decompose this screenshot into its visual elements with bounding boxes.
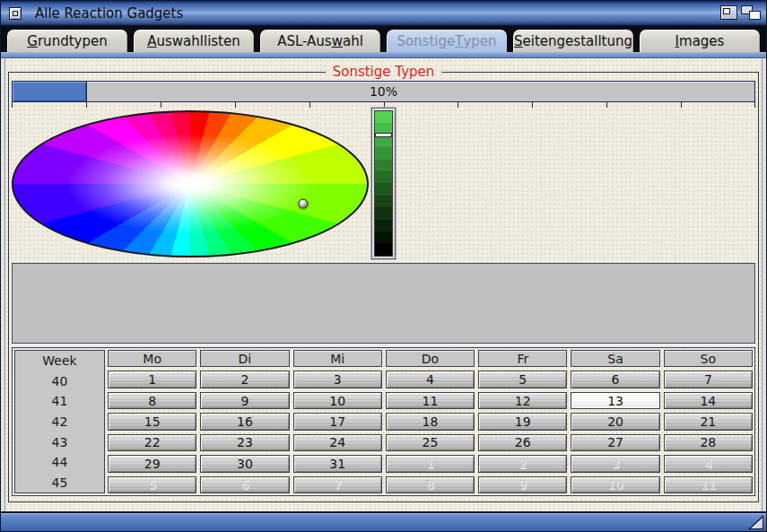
calendar-day: 1 bbox=[386, 455, 475, 472]
calendar-day[interactable]: 18 bbox=[386, 413, 475, 430]
calendar-day: 4 bbox=[664, 455, 753, 472]
calendar: Week404142434445 MoDiMiDoFrSaSo123456789… bbox=[12, 347, 755, 496]
close-button[interactable] bbox=[9, 7, 22, 20]
calendar-day[interactable]: 2 bbox=[200, 371, 289, 388]
calendar-day[interactable]: 27 bbox=[571, 434, 659, 451]
day-header-mo: Mo bbox=[108, 350, 196, 367]
title-bar[interactable]: Alle Reaction Gadgets bbox=[1, 1, 766, 26]
day-header-so: So bbox=[664, 350, 753, 367]
close-icon bbox=[13, 11, 18, 16]
calendar-day: 11 bbox=[664, 476, 753, 493]
calendar-day[interactable]: 1 bbox=[108, 371, 196, 388]
tab-label: eitengestalltung bbox=[523, 33, 632, 49]
resize-grip[interactable] bbox=[748, 515, 763, 529]
tab-label: w bbox=[332, 33, 343, 49]
app-window: Alle Reaction Gadgets GrundtypenAuswahll… bbox=[0, 0, 767, 532]
calendar-day[interactable]: 16 bbox=[200, 413, 289, 430]
window-title: Alle Reaction Gadgets bbox=[35, 5, 183, 22]
day-header-fr: Fr bbox=[478, 350, 567, 367]
color-wheel-marker[interactable] bbox=[299, 199, 309, 209]
tab-page-edge bbox=[1, 52, 766, 58]
calendar-day[interactable]: 10 bbox=[293, 392, 382, 409]
bottom-border-bar bbox=[1, 511, 766, 531]
calendar-day[interactable]: 15 bbox=[108, 413, 196, 430]
calendar-day: 8 bbox=[386, 476, 475, 493]
tab-label: uswahllisten bbox=[157, 33, 240, 49]
day-grid: MoDiMiDoFrSaSo12345678910111213141516171… bbox=[108, 350, 753, 493]
calendar-day[interactable]: 30 bbox=[200, 455, 289, 472]
week-column-header: Week bbox=[15, 351, 104, 371]
tab-label: ypen bbox=[463, 33, 496, 49]
week-number: 40 bbox=[15, 371, 104, 392]
tab-label: Sonstige bbox=[397, 33, 455, 49]
calendar-day[interactable]: 12 bbox=[478, 392, 567, 409]
calendar-day[interactable]: 19 bbox=[478, 413, 567, 430]
calendar-day[interactable]: 9 bbox=[200, 392, 289, 409]
tab-grundtypen[interactable]: Grundtypen bbox=[6, 29, 128, 52]
day-header-sa: Sa bbox=[571, 350, 659, 367]
calendar-day[interactable]: 26 bbox=[478, 434, 567, 451]
calendar-day[interactable]: 13 bbox=[571, 392, 659, 409]
tab-label: T bbox=[455, 33, 463, 49]
week-column: Week404142434445 bbox=[14, 350, 105, 493]
tab-asl-auswahl[interactable]: ASL-Auswahl bbox=[259, 29, 381, 52]
tab-page-content: Sonstige Typen 10% Week404142434445 MoDi… bbox=[1, 58, 766, 511]
tab-label: ASL-Aus bbox=[277, 33, 332, 49]
color-wheel[interactable] bbox=[12, 110, 369, 257]
zoom-window-button[interactable] bbox=[720, 5, 737, 20]
tab-label: A bbox=[147, 33, 156, 49]
calendar-day[interactable]: 29 bbox=[108, 455, 196, 472]
calendar-day[interactable]: 23 bbox=[200, 434, 289, 451]
tab-seitengestalltung[interactable]: Seitengestalltung bbox=[512, 29, 634, 52]
titlebar-gadgets bbox=[720, 5, 761, 20]
tab-label: G bbox=[27, 33, 38, 49]
color-picker-row bbox=[12, 109, 755, 259]
depth-button[interactable] bbox=[741, 5, 761, 20]
brightness-slider[interactable] bbox=[371, 108, 396, 259]
calendar-day[interactable]: 25 bbox=[386, 434, 475, 451]
calendar-day[interactable]: 31 bbox=[293, 455, 382, 472]
calendar-day[interactable]: 3 bbox=[293, 371, 382, 388]
calendar-day[interactable]: 4 bbox=[386, 371, 475, 388]
calendar-day[interactable]: 8 bbox=[108, 392, 196, 409]
tab-auswahllisten[interactable]: Auswahllisten bbox=[133, 29, 255, 52]
tab-label: rundtypen bbox=[38, 33, 108, 49]
calendar-day: 10 bbox=[571, 476, 659, 493]
calendar-day: 5 bbox=[108, 476, 196, 493]
calendar-day[interactable]: 17 bbox=[293, 413, 382, 430]
calendar-day[interactable]: 22 bbox=[108, 434, 196, 451]
calendar-day[interactable]: 28 bbox=[664, 434, 753, 451]
calendar-day[interactable]: 24 bbox=[293, 434, 382, 451]
day-header-di: Di bbox=[200, 350, 289, 367]
calendar-day: 6 bbox=[200, 476, 289, 493]
tab-sonstige-typen[interactable]: Sonstige Typen bbox=[386, 29, 508, 52]
calendar-day[interactable]: 5 bbox=[478, 371, 567, 388]
calendar-day: 9 bbox=[478, 476, 567, 493]
calendar-day: 2 bbox=[478, 455, 567, 472]
progress-label: 10% bbox=[13, 82, 754, 101]
tab-label: mages bbox=[679, 33, 724, 49]
week-number: 41 bbox=[15, 391, 104, 412]
day-header-mi: Mi bbox=[293, 350, 382, 367]
calendar-day[interactable]: 11 bbox=[386, 392, 475, 409]
day-header-do: Do bbox=[386, 350, 475, 367]
calendar-day[interactable]: 6 bbox=[571, 371, 659, 388]
tab-bar: GrundtypenAuswahllistenASL-AuswahlSonsti… bbox=[1, 26, 766, 52]
calendar-day: 3 bbox=[571, 455, 659, 472]
calendar-day: 7 bbox=[293, 476, 382, 493]
week-number: 42 bbox=[15, 412, 104, 432]
sonstige-typen-group: Sonstige Typen 10% Week404142434445 MoDi… bbox=[8, 72, 759, 502]
empty-panel bbox=[12, 263, 755, 344]
calendar-day[interactable]: 20 bbox=[571, 413, 659, 430]
calendar-day[interactable]: 14 bbox=[664, 392, 753, 409]
week-number: 45 bbox=[15, 472, 104, 493]
tab-label: S bbox=[514, 33, 523, 49]
calendar-day[interactable]: 7 bbox=[664, 371, 753, 388]
tab-images[interactable]: Images bbox=[639, 29, 761, 52]
slider-handle[interactable] bbox=[375, 133, 392, 137]
calendar-day[interactable]: 21 bbox=[664, 413, 753, 430]
week-number: 44 bbox=[15, 452, 104, 473]
progress-gauge: 10% bbox=[12, 81, 755, 102]
tab-label: ahl bbox=[343, 33, 363, 49]
zoom-icon bbox=[723, 8, 730, 14]
